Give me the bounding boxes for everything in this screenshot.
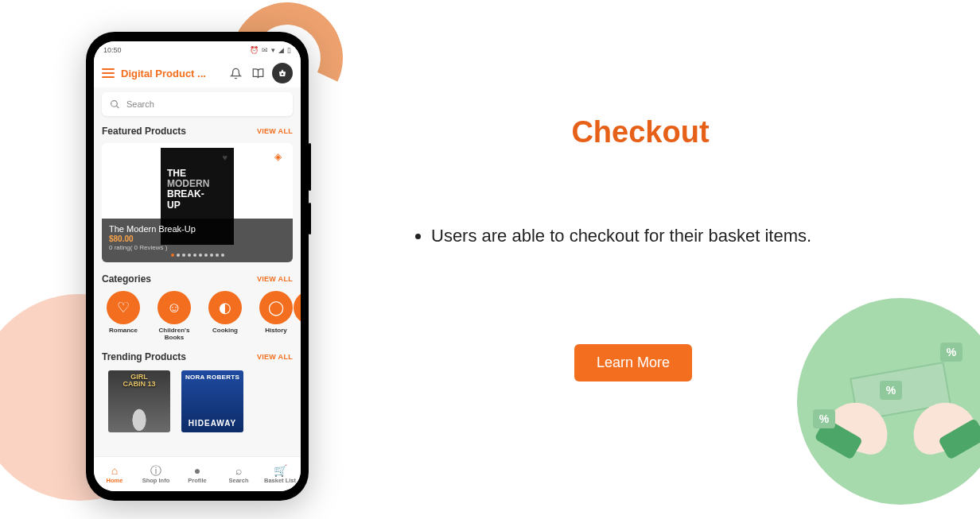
nav-search[interactable]: ⌕ Search: [218, 457, 259, 491]
categories-row: ♡ Romance ☺ Children's Books ◐ Cooking ◯…: [94, 291, 301, 342]
trending-item[interactable]: NORA ROBERTS HIDEAWAY: [181, 370, 243, 432]
status-time: 10:50: [103, 46, 122, 54]
cooking-icon: ◐: [208, 291, 242, 324]
phone-mockup: 10:50 ⏰ ✉ ▾ ◢ ▯ Digital Product ...: [86, 32, 309, 501]
search-icon: ⌕: [235, 465, 242, 476]
carousel-dots: [109, 254, 286, 257]
featured-card[interactable]: ♥ THE MODERN BREAK- UP ◈ The Modern Brea…: [102, 143, 293, 262]
signal-icon: ◢: [278, 46, 284, 54]
trending-section: Trending Products VIEW ALL: [94, 347, 301, 369]
wifi-icon: ▾: [271, 46, 275, 54]
info-icon: ⓘ: [150, 465, 161, 476]
categories-view-all[interactable]: VIEW ALL: [257, 275, 293, 283]
nav-profile[interactable]: ● Profile: [177, 457, 218, 491]
phone-screen: 10:50 ⏰ ✉ ▾ ◢ ▯ Digital Product ...: [94, 41, 301, 491]
battery-icon: ▯: [287, 46, 291, 54]
feature-list: Users are able to checkout for their bas…: [390, 223, 891, 249]
globe-icon: ◯: [259, 291, 293, 324]
romance-icon: ♡: [107, 291, 140, 324]
feature-item: Users are able to checkout for their bas…: [431, 223, 891, 249]
svg-point-0: [282, 73, 283, 75]
app-header: Digital Product ...: [94, 59, 301, 87]
featured-product-price: $80.00: [109, 234, 286, 243]
nav-basket[interactable]: 🛒 Basket List: [259, 457, 301, 491]
featured-title: Featured Products: [102, 126, 186, 137]
app-title: Digital Product ...: [121, 68, 221, 79]
featured-view-all[interactable]: VIEW ALL: [257, 127, 293, 135]
status-icons: ⏰ ✉ ▾ ◢ ▯: [250, 46, 291, 54]
nav-shop-info[interactable]: ⓘ Shop Info: [135, 457, 177, 491]
trending-row: GIRLCABIN 13 NORA ROBERTS HIDEAWAY: [94, 369, 301, 432]
page-heading: Checkout: [390, 115, 891, 149]
book-cover-hideaway: NORA ROBERTS HIDEAWAY: [181, 370, 243, 432]
trending-view-all[interactable]: VIEW ALL: [257, 353, 293, 361]
basket-button[interactable]: [272, 63, 293, 83]
notification-icon[interactable]: [228, 65, 243, 81]
search-icon: [110, 99, 120, 110]
menu-button[interactable]: [102, 68, 115, 78]
cart-icon: 🛒: [274, 465, 287, 476]
category-childrens[interactable]: ☺ Children's Books: [153, 291, 196, 342]
category-cooking[interactable]: ◐ Cooking: [204, 291, 247, 342]
nav-home[interactable]: ⌂ Home: [94, 457, 135, 491]
mail-icon: ✉: [262, 46, 268, 54]
search-input[interactable]: Search: [102, 92, 293, 116]
featured-product-title: The Modern Break-Up: [109, 224, 286, 234]
learn-more-button[interactable]: Learn More: [574, 344, 692, 382]
category-history[interactable]: ◯ History: [255, 291, 298, 342]
category-romance[interactable]: ♡ Romance: [102, 291, 145, 342]
featured-section: Featured Products VIEW ALL: [94, 121, 301, 143]
trending-item[interactable]: GIRLCABIN 13: [108, 370, 170, 432]
book-icon[interactable]: [250, 65, 266, 81]
featured-overlay: The Modern Break-Up $80.00 0 rating( 0 R…: [102, 219, 293, 262]
categories-section: Categories VIEW ALL: [94, 269, 301, 291]
book-cover-girl-cabin: GIRLCABIN 13: [108, 370, 170, 432]
child-icon: ☺: [158, 291, 191, 324]
featured-product-review: 0 rating( 0 Reviews ): [109, 244, 286, 251]
categories-title: Categories: [102, 273, 151, 285]
home-icon: ⌂: [111, 465, 118, 476]
search-placeholder: Search: [126, 99, 154, 109]
profile-icon: ●: [194, 465, 200, 476]
alarm-icon: ⏰: [250, 46, 259, 54]
heart-icon: ♥: [222, 153, 228, 162]
status-bar: 10:50 ⏰ ✉ ▾ ◢ ▯: [94, 41, 301, 59]
trending-title: Trending Products: [102, 351, 186, 362]
diamond-icon: ◈: [274, 151, 282, 162]
bottom-nav: ⌂ Home ⓘ Shop Info ● Profile ⌕ Search 🛒 …: [94, 456, 301, 491]
